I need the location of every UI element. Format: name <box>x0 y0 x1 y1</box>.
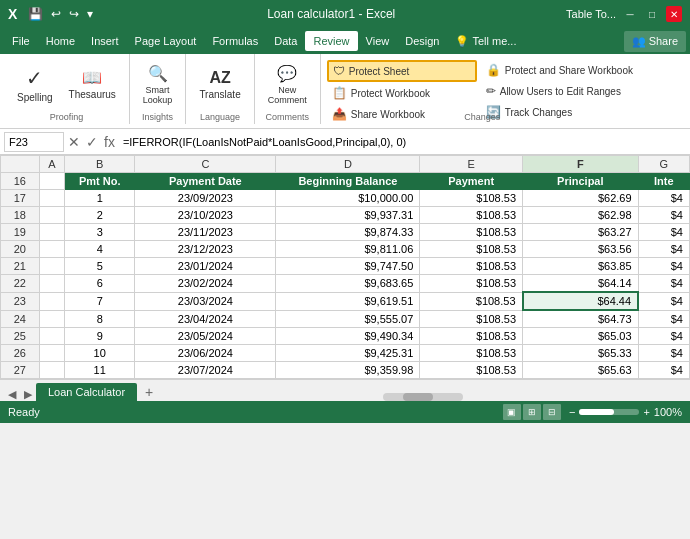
page-break-view-button[interactable]: ⊟ <box>543 404 561 420</box>
cell-f17[interactable]: $62.69 <box>523 190 639 207</box>
sheet-tab-loan-calculator[interactable]: Loan Calculator <box>36 383 137 401</box>
cell-c27[interactable]: 23/07/2024 <box>135 362 276 379</box>
cell-e27[interactable]: $108.53 <box>420 362 523 379</box>
cell-f24[interactable]: $64.73 <box>523 310 639 328</box>
col-header-b[interactable]: B <box>65 156 135 173</box>
customize-icon[interactable]: ▾ <box>84 5 96 23</box>
cell-a22[interactable] <box>39 275 65 293</box>
cell-f21[interactable]: $63.85 <box>523 258 639 275</box>
cell-c22[interactable]: 23/02/2024 <box>135 275 276 293</box>
cell-c26[interactable]: 23/06/2024 <box>135 345 276 362</box>
cell-a19[interactable] <box>39 224 65 241</box>
cell-b17[interactable]: 1 <box>65 190 135 207</box>
menu-tell-me[interactable]: 💡 Tell me... <box>447 31 524 52</box>
cell-f27[interactable]: $65.63 <box>523 362 639 379</box>
cell-g26[interactable]: $4 <box>638 345 689 362</box>
thesaurus-button[interactable]: 📖 Thesaurus <box>62 58 123 110</box>
cell-c25[interactable]: 23/05/2024 <box>135 328 276 345</box>
cell-g23[interactable]: $4 <box>638 292 689 310</box>
cell-a24[interactable] <box>39 310 65 328</box>
cell-f18[interactable]: $62.98 <box>523 207 639 224</box>
cell-b25[interactable]: 9 <box>65 328 135 345</box>
cell-e18[interactable]: $108.53 <box>420 207 523 224</box>
page-layout-view-button[interactable]: ⊞ <box>523 404 541 420</box>
cell-e16[interactable]: Payment <box>420 173 523 190</box>
cell-a26[interactable] <box>39 345 65 362</box>
cell-g18[interactable]: $4 <box>638 207 689 224</box>
cell-a20[interactable] <box>39 241 65 258</box>
zoom-in-icon[interactable]: + <box>643 406 649 418</box>
menu-design[interactable]: Design <box>397 31 447 51</box>
cell-f16[interactable]: Principal <box>523 173 639 190</box>
protect-share-workbook-button[interactable]: 🔒 Protect and Share Workbook <box>481 60 638 80</box>
normal-view-button[interactable]: ▣ <box>503 404 521 420</box>
cell-b20[interactable]: 4 <box>65 241 135 258</box>
col-header-g[interactable]: G <box>638 156 689 173</box>
minimize-button[interactable]: ─ <box>622 6 638 22</box>
cell-b26[interactable]: 10 <box>65 345 135 362</box>
cell-f19[interactable]: $63.27 <box>523 224 639 241</box>
protect-workbook-button[interactable]: 📋 Protect Workbook <box>327 83 477 103</box>
cell-g19[interactable]: $4 <box>638 224 689 241</box>
redo-icon[interactable]: ↪ <box>66 5 82 23</box>
cell-d24[interactable]: $9,555.07 <box>276 310 420 328</box>
close-button[interactable]: ✕ <box>666 6 682 22</box>
cell-g21[interactable]: $4 <box>638 258 689 275</box>
cell-d17[interactable]: $10,000.00 <box>276 190 420 207</box>
cell-e26[interactable]: $108.53 <box>420 345 523 362</box>
scroll-sheet-left-icon[interactable]: ◀ <box>4 388 20 401</box>
cell-g24[interactable]: $4 <box>638 310 689 328</box>
cell-f25[interactable]: $65.03 <box>523 328 639 345</box>
cell-e24[interactable]: $108.53 <box>420 310 523 328</box>
cell-b18[interactable]: 2 <box>65 207 135 224</box>
confirm-formula-icon[interactable]: ✓ <box>86 134 98 150</box>
cell-d21[interactable]: $9,747.50 <box>276 258 420 275</box>
cell-a27[interactable] <box>39 362 65 379</box>
cell-g25[interactable]: $4 <box>638 328 689 345</box>
menu-share[interactable]: 👥 Share <box>624 31 686 52</box>
cell-d26[interactable]: $9,425.31 <box>276 345 420 362</box>
menu-data[interactable]: Data <box>266 31 305 51</box>
cell-e20[interactable]: $108.53 <box>420 241 523 258</box>
cell-a16[interactable] <box>39 173 65 190</box>
protect-sheet-button[interactable]: 🛡 Protect Sheet <box>327 60 477 82</box>
cell-d22[interactable]: $9,683.65 <box>276 275 420 293</box>
cell-e21[interactable]: $108.53 <box>420 258 523 275</box>
scroll-sheet-right-icon[interactable]: ▶ <box>20 388 36 401</box>
cell-e17[interactable]: $108.53 <box>420 190 523 207</box>
menu-page-layout[interactable]: Page Layout <box>127 31 205 51</box>
cell-d27[interactable]: $9,359.98 <box>276 362 420 379</box>
cell-c18[interactable]: 23/10/2023 <box>135 207 276 224</box>
cell-e23[interactable]: $108.53 <box>420 292 523 310</box>
cell-f23[interactable]: $64.44 <box>523 292 639 310</box>
cell-b27[interactable]: 11 <box>65 362 135 379</box>
zoom-slider[interactable] <box>579 409 639 415</box>
restore-button[interactable]: □ <box>644 6 660 22</box>
translate-button[interactable]: AZ Translate <box>192 58 247 110</box>
cell-c24[interactable]: 23/04/2024 <box>135 310 276 328</box>
cell-a18[interactable] <box>39 207 65 224</box>
cell-d23[interactable]: $9,619.51 <box>276 292 420 310</box>
menu-view[interactable]: View <box>358 31 398 51</box>
cell-b23[interactable]: 7 <box>65 292 135 310</box>
menu-file[interactable]: File <box>4 31 38 51</box>
cell-c17[interactable]: 23/09/2023 <box>135 190 276 207</box>
scrollbar-thumb[interactable] <box>403 393 433 401</box>
cell-b21[interactable]: 5 <box>65 258 135 275</box>
cell-e25[interactable]: $108.53 <box>420 328 523 345</box>
cell-e22[interactable]: $108.53 <box>420 275 523 293</box>
cell-c21[interactable]: 23/01/2024 <box>135 258 276 275</box>
col-header-a[interactable]: A <box>39 156 65 173</box>
cell-g22[interactable]: $4 <box>638 275 689 293</box>
allow-edit-ranges-button[interactable]: ✏ Allow Users to Edit Ranges <box>481 81 638 101</box>
smart-lookup-button[interactable]: 🔍 SmartLookup <box>136 58 180 110</box>
cell-e19[interactable]: $108.53 <box>420 224 523 241</box>
cell-d18[interactable]: $9,937.31 <box>276 207 420 224</box>
cell-c19[interactable]: 23/11/2023 <box>135 224 276 241</box>
cell-f22[interactable]: $64.14 <box>523 275 639 293</box>
menu-review[interactable]: Review <box>305 31 357 51</box>
cell-a25[interactable] <box>39 328 65 345</box>
cell-d25[interactable]: $9,490.34 <box>276 328 420 345</box>
menu-insert[interactable]: Insert <box>83 31 127 51</box>
cell-b24[interactable]: 8 <box>65 310 135 328</box>
